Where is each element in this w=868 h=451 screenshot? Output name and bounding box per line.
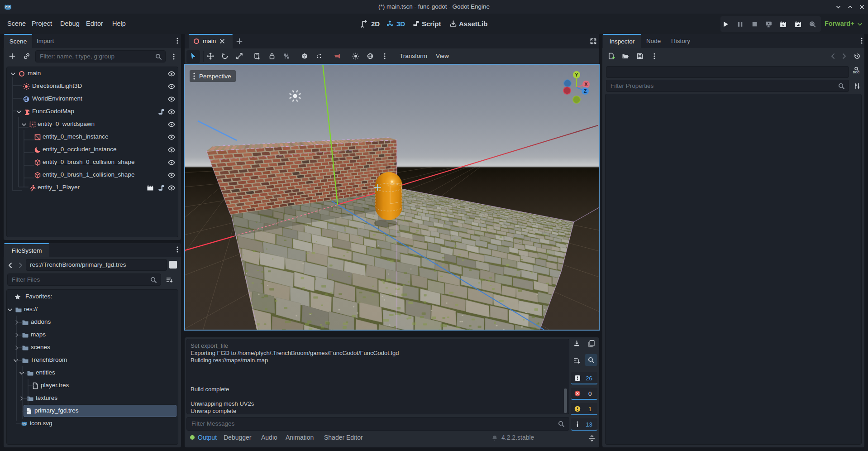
- svg-text:DOC: DOC: [853, 71, 860, 74]
- svg-text:Y: Y: [575, 72, 578, 77]
- svg-text:X: X: [584, 82, 588, 87]
- svg-text:Perspective: Perspective: [199, 73, 231, 80]
- svg-text:Z: Z: [584, 88, 587, 94]
